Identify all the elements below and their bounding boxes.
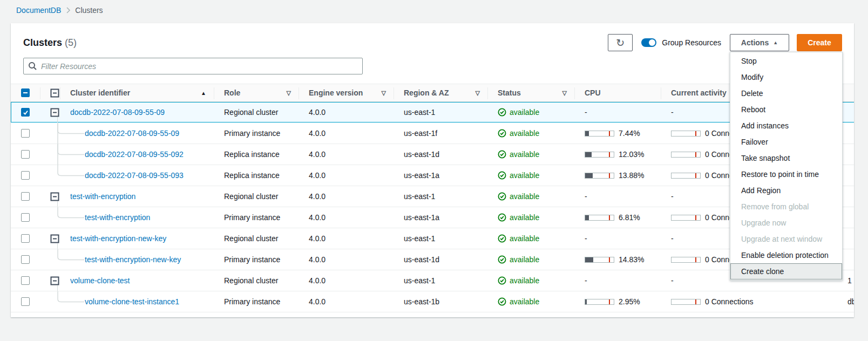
activity-value: - [671,276,674,285]
cpu-metric: 2.95% [585,297,661,306]
column-header-status[interactable]: Status ▽ [487,84,574,101]
tree-connector-icon [57,144,85,167]
activity-bar [671,299,701,305]
refresh-button[interactable]: ↻ [608,34,633,51]
activity-bar [671,215,701,221]
collapse-row-icon[interactable] [50,234,60,243]
actions-menu-item[interactable]: Reboot [730,101,842,118]
cluster-identifier-link[interactable]: test-with-encryption-new-key [85,255,181,264]
cluster-identifier-link[interactable]: volume-clone-test-instance1 [85,297,179,306]
cpu-bar [585,257,614,263]
actions-menu-item[interactable]: Create clone [730,263,842,279]
cpu-bar [585,173,614,179]
actions-menu-item[interactable]: Add Region [730,182,842,199]
cpu-metric: - [585,234,661,243]
available-check-icon [498,297,506,306]
role-cell: Primary instance [214,213,299,222]
activity-value: 0 Connections [705,297,754,306]
actions-button[interactable]: Actions ▲ [730,34,789,51]
table-row: volume-clone-test-instance1 Primary inst… [11,291,854,312]
cluster-identifier-link[interactable]: volume-clone-test [70,276,130,285]
row-checkbox[interactable] [21,129,30,138]
status-badge: available [498,297,574,306]
collapse-all-icon[interactable] [50,88,59,98]
actions-menu-item[interactable]: Enable deletion protection [730,247,842,263]
status-badge: available [498,171,574,180]
clusters-table: Cluster identifier ▲ Role ▽ Engine versi… [11,84,854,312]
actions-menu-item[interactable]: Delete [730,85,842,101]
filter-resources-input[interactable] [23,58,363,74]
cluster-identifier-link[interactable]: test-with-encryption [70,192,135,201]
actions-menu: StopModifyDeleteRebootAdd instancesFailo… [730,52,843,281]
cluster-identifier-link[interactable]: test-with-encryption-new-key [70,234,166,243]
tree-line [57,117,58,122]
role-cell: Regional cluster [214,234,299,243]
cluster-identifier-link[interactable]: docdb-2022-07-08-09-55-09 [70,108,165,117]
role-cell: Regional cluster [214,192,299,201]
tree-connector-icon [57,249,85,272]
available-check-icon [498,129,506,138]
tree-line [57,201,58,207]
row-checkbox[interactable] [21,297,30,306]
row-checkbox[interactable] [21,276,30,285]
filter-triangle-icon[interactable]: ▽ [562,90,567,97]
engine-version-cell: 4.0.0 [299,213,394,222]
row-checkbox[interactable] [21,213,30,222]
table-row: test-with-encryption Regional cluster 4.… [11,186,854,207]
table-row: test-with-encryption Primary instance 4.… [11,207,854,228]
filter-triangle-icon[interactable]: ▽ [382,90,386,97]
row-checkbox[interactable] [21,234,30,243]
collapse-row-icon[interactable] [50,276,60,285]
filter-triangle-icon[interactable]: ▽ [476,90,480,97]
available-check-icon [498,192,506,201]
region-az-cell: us-east-1d [394,255,487,264]
actions-menu-item[interactable]: Stop [730,53,842,69]
actions-menu-item[interactable]: Restore to point in time [730,166,842,182]
activity-value: - [671,192,674,201]
row-checkbox[interactable] [21,192,30,201]
collapse-row-icon[interactable] [50,192,60,201]
table-row: docdb-2022-07-08-09-55-09 Regional clust… [11,102,854,123]
region-az-cell: us-east-1d [394,150,487,159]
actions-menu-item[interactable]: Take snapshot [730,150,842,166]
region-az-cell: us-east-1a [394,213,487,222]
select-all-checkbox[interactable] [21,88,30,97]
column-header-region-az[interactable]: Region & AZ ▽ [394,84,487,101]
column-header-role[interactable]: Role ▽ [214,84,299,101]
cluster-identifier-link[interactable]: docdb-2022-07-08-09-55-092 [85,150,184,159]
group-resources-toggle[interactable] [641,38,656,47]
actions-menu-item[interactable]: Add instances [730,118,842,134]
cluster-identifier-link[interactable]: test-with-encryption [85,213,150,222]
status-badge: available [498,234,574,243]
row-checkbox[interactable] [21,108,30,117]
create-button[interactable]: Create [797,34,842,51]
actions-menu-item[interactable]: Failover [730,134,842,150]
cpu-bar [585,152,614,158]
row-checkbox[interactable] [21,150,30,159]
column-header-cpu[interactable]: CPU [574,84,661,101]
sort-ascending-icon[interactable]: ▲ [201,90,206,96]
row-checkbox[interactable] [21,171,30,180]
actions-menu-item[interactable]: Modify [730,69,842,85]
page-title: Clusters (5) [23,37,77,49]
refresh-icon: ↻ [616,37,625,49]
cpu-value: 6.81% [619,213,640,222]
column-header-cluster-identifier[interactable]: Cluster identifier ▲ [60,84,214,101]
status-badge: available [498,276,574,285]
breadcrumb: DocumentDB Clusters [0,0,868,15]
table-row: test-with-encryption-new-key Regional cl… [11,228,854,249]
column-header-engine-version[interactable]: Engine version ▽ [299,84,394,101]
engine-version-cell: 4.0.0 [299,150,394,159]
cpu-value: 13.88% [619,171,644,180]
cluster-identifier-link[interactable]: docdb-2022-07-08-09-55-093 [85,171,184,180]
activity-metric: 0 Connections [671,297,756,306]
role-cell: Regional cluster [214,108,299,117]
engine-version-cell: 4.0.0 [299,108,394,117]
cluster-identifier-link[interactable]: docdb-2022-07-08-09-55-09 [85,129,179,138]
row-checkbox[interactable] [21,255,30,264]
tree-connector-icon [57,165,85,188]
filter-triangle-icon[interactable]: ▽ [287,90,291,97]
collapse-row-icon[interactable] [50,108,60,117]
breadcrumb-root-link[interactable]: DocumentDB [16,6,61,15]
tree-connector-icon [57,123,85,146]
